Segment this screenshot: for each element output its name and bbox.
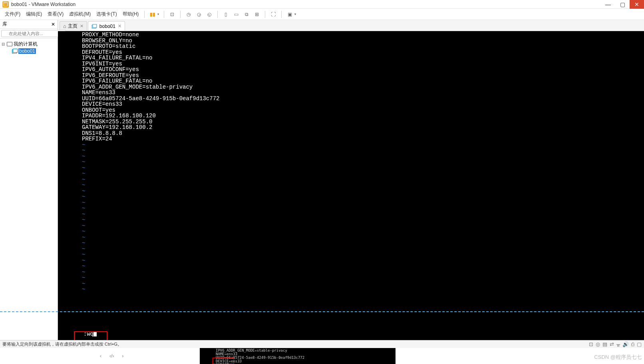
vm-terminal[interactable]: PROXY_METHOD=noneBROWSER_ONLY=noBOOTPROT… [58,31,644,340]
library-tree: ⊟ 我的计算机 bobo01 [0,39,58,56]
terminal-line: IPV6_FAILURE_FATAL=no [82,78,644,84]
tab-vm-close-icon[interactable]: ✕ [118,24,121,29]
titlebar: bobo01 - VMware Workstation — ▢ ✕ [0,0,644,9]
nav-back-icon[interactable]: ‹ [100,353,101,359]
annotation-box-vim-cmd [74,331,107,340]
terminal-line: NAME=ens33 [82,90,644,96]
statusbar: 要将输入定向到该虚拟机，请在虚拟机内部单击或按 Ctrl+G。 ⊡ ◎ ▤ ⇄ … [0,340,644,348]
maximize-button[interactable]: ▢ [615,0,630,9]
nav-forward-icon[interactable]: › [122,353,123,359]
terminal-tilde: ~ [82,235,644,241]
pause-icon[interactable]: ▮▮ [148,10,157,19]
close-button[interactable]: ✕ [630,0,644,9]
view-multi-icon[interactable]: ▭ [231,10,241,19]
power-dropdown[interactable]: ▾ [157,12,159,16]
dashed-divider [0,311,644,312]
terminal-tilde: ~ [82,223,644,229]
search-input[interactable] [1,30,66,37]
terminal-tilde: ~ [82,269,644,275]
terminal-line: IPV6INIT=yes [82,61,644,67]
tab-vm-label: bobo01 [99,24,115,29]
terminal-tilde: ~ [82,287,644,293]
tab-home-close-icon[interactable]: ✕ [80,24,83,29]
tab-home[interactable]: 主页 ✕ [60,21,87,31]
search-row: 🔍 ▾ [0,29,58,39]
terminal-tilde: ~ [82,212,644,218]
tabbar: 主页 ✕ bobo01 ✕ [58,20,644,31]
menu-tabs[interactable]: 选项卡(T) [94,10,119,19]
preview-line: IPV6_ADDR_GEN_MODE=stable-privacy [216,349,380,352]
status-usb-icon[interactable]: ᚂ [616,341,620,347]
terminal-tilde: ~ [82,188,644,194]
terminal-tilde: ~ [82,246,644,252]
window-title: bobo01 - VMware Workstation [11,2,601,7]
status-hdd-icon[interactable]: ⊡ [589,341,593,347]
terminal-tilde: ~ [82,240,644,246]
menu-view[interactable]: 查看(V) [45,10,66,19]
menu-edit[interactable]: 编辑(E) [24,10,44,19]
view-single-icon[interactable]: ▯ [221,10,231,19]
status-display-icon[interactable]: ▢ [637,341,642,347]
terminal-line: ONBOOT=yes [82,107,644,113]
library-close-icon[interactable]: ✕ [51,22,55,27]
window-controls: — ▢ ✕ [601,0,644,9]
status-floppy-icon[interactable]: ▤ [602,341,607,347]
terminal-line: GATEWAY=192.168.100.2 [82,125,644,131]
snapshot-take-icon[interactable]: ◷ [184,10,193,19]
terminal-line: PREFIX=24 [82,136,644,142]
menubar: 文件(F) 编辑(E) 查看(V) 虚拟机(M) 选项卡(T) 帮助(H) ▮▮… [0,9,644,20]
terminal-tilde: ~ [82,200,644,206]
stretch-icon[interactable]: ▣ [285,10,294,19]
view-console-icon[interactable]: ⊞ [252,10,262,19]
nav-code-icon[interactable]: ‹/› [109,353,114,359]
menu-file[interactable]: 文件(F) [2,10,23,19]
status-cd-icon[interactable]: ◎ [596,341,600,347]
tree-vm-label: bobo01 [18,48,36,54]
terminal-line: IPV6_ADDR_GEN_MODE=stable-privacy [82,84,644,90]
terminal-tilde: ~ [82,159,644,165]
snapshot-icon[interactable]: ⊡ [167,10,177,19]
terminal-line: DEFROUTE=yes [82,49,644,55]
bottom-panel: ‹ ‹/› › IPV6_ADDR_GEN_MODE=stable-privac… [0,348,644,364]
terminal-line: BROWSER_ONLY=no [82,38,644,44]
tab-vm-bobo01[interactable]: bobo01 ✕ [88,21,125,31]
tree-collapse-icon[interactable]: ⊟ [2,42,6,46]
terminal-tilde: ~ [82,177,644,183]
snapshot-revert-icon[interactable]: ◶ [194,10,204,19]
terminal-tilde: ~ [82,142,644,148]
snapshot-manager-icon[interactable]: ◵ [205,10,214,19]
status-network-icon[interactable]: ⇄ [610,341,614,347]
preview-thumbnail[interactable]: IPV6_ADDR_GEN_MODE=stable-privacyNAME=en… [200,348,396,364]
fullscreen-icon[interactable]: ⛶ [268,10,278,19]
vm-tab-icon [92,24,97,28]
terminal-tilde: ~ [82,229,644,235]
terminal-line: DNS1=8.8.8.8 [82,131,644,136]
main-area: 库 ✕ 🔍 ▾ ⊟ 我的计算机 bobo01 [0,20,644,340]
minimize-button[interactable]: — [601,0,615,9]
status-printer-icon[interactable]: ⎙ [631,341,634,347]
terminal-tilde: ~ [82,171,644,177]
home-icon [63,23,66,29]
nav-controls: ‹ ‹/› › [100,353,123,359]
terminal-tilde: ~ [82,206,644,212]
menu-vm[interactable]: 虚拟机(M) [67,10,93,19]
menu-help[interactable]: 帮助(H) [120,10,141,19]
terminal-line: IPV6_DEFROUTE=yes [82,73,644,79]
content-area: 主页 ✕ bobo01 ✕ PROXY_METHOD=noneBROWSER_O… [58,20,644,340]
vm-icon [12,49,18,53]
stretch-dropdown[interactable]: ▾ [294,12,296,16]
terminal-tilde: ~ [82,165,644,171]
terminal-line: IPV4_FAILURE_FATAL=no [82,55,644,61]
vmware-icon [2,1,9,8]
terminal-tilde: ~ [82,275,644,281]
computer-icon [6,42,13,47]
library-sidebar: 库 ✕ 🔍 ▾ ⊟ 我的计算机 bobo01 [0,20,58,340]
watermark-text: CSDN @程序员七七 [594,354,642,361]
terminal-line: IPADDR=192.168.100.120 [82,113,644,119]
status-device-icons: ⊡ ◎ ▤ ⇄ ᚂ 🔊 ⎙ ▢ [589,341,642,347]
view-unity-icon[interactable]: ⧉ [242,10,251,19]
library-title: 库 [2,21,7,28]
tree-root-my-computer[interactable]: ⊟ 我的计算机 [2,40,56,48]
tree-vm-bobo01[interactable]: bobo01 [12,48,56,54]
status-sound-icon[interactable]: 🔊 [622,341,629,347]
